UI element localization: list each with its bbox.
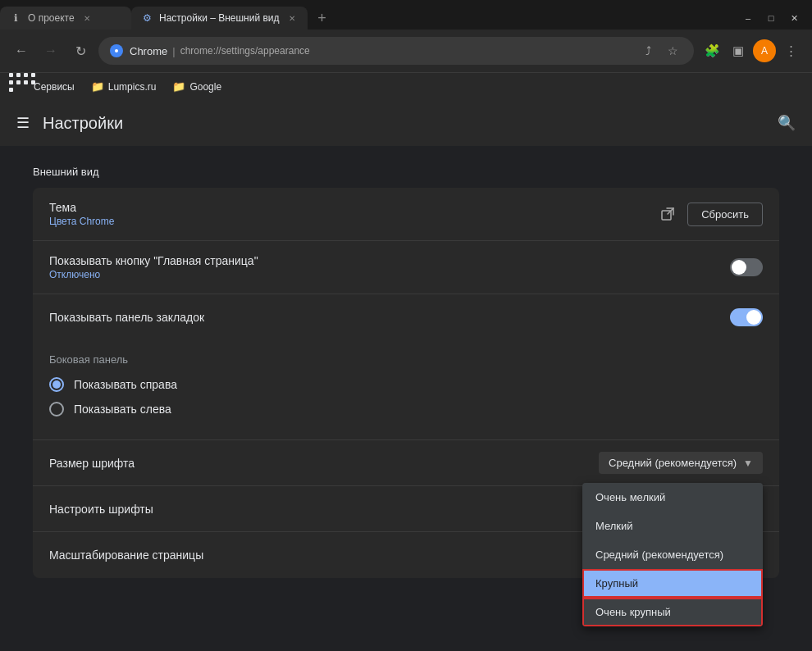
svg-point-1 (115, 49, 118, 52)
section-appearance-title: Внешний вид (33, 166, 779, 178)
side-panel-left-label: Показывать слева (74, 403, 171, 416)
home-button-row: Показывать кнопку "Главная страница" Отк… (33, 241, 779, 294)
omnibox-actions: ⤴ ☆ (638, 41, 682, 61)
reload-button[interactable]: ↻ (69, 39, 92, 62)
side-panel-right-radio[interactable] (49, 377, 64, 392)
page-content: ☰ Настройки 🔍 Внешний вид Тема Цвета Chr… (0, 100, 812, 651)
home-button-subtitle: Отключено (49, 269, 730, 280)
bookmark-lumpics-icon: 📁 (91, 80, 104, 93)
side-panel-left-row: Показывать слева (49, 402, 763, 417)
font-opt-small[interactable]: Мелкий (582, 512, 763, 540)
omnibox-separator: | (172, 45, 175, 57)
tab-settings-favicon: ⚙ (141, 12, 153, 24)
back-button[interactable]: ← (10, 39, 33, 62)
settings-search-icon[interactable]: 🔍 (778, 114, 796, 132)
toggle-knob (732, 260, 746, 275)
toggle-knob-2 (746, 310, 761, 325)
settings-content: Внешний вид Тема Цвета Chrome Сбросить (0, 146, 812, 651)
bookmark-google-label: Google (189, 81, 221, 93)
omnibox-text: Chrome | chrome://settings/appearance (130, 45, 310, 57)
toolbar-buttons: 🧩 ▣ A ⋮ (700, 39, 802, 62)
home-button-label: Показывать кнопку "Главная страница" Отк… (49, 254, 730, 280)
close-button[interactable]: ✕ (782, 10, 805, 26)
bookmarks-bar-toggle[interactable] (730, 308, 763, 326)
bookmark-lumpics-label: Lumpics.ru (108, 81, 157, 93)
bookmarks-bar-label: Показывать панель закладок (49, 311, 730, 324)
bookmarks-bar: Сервисы 📁 Lumpics.ru 📁 Google (0, 72, 812, 100)
forward-button[interactable]: → (39, 39, 62, 62)
omnibox-brand: Chrome (130, 45, 167, 57)
new-tab-button[interactable]: + (311, 7, 334, 30)
theme-subtitle: Цвета Chrome (49, 216, 655, 227)
side-panel-right-row: Показывать справа (49, 377, 763, 392)
sidebar-menu-icon[interactable]: ☰ (16, 114, 30, 132)
omnibox[interactable]: Chrome | chrome://settings/appearance ⤴ … (98, 37, 694, 65)
minimize-button[interactable]: – (737, 10, 760, 26)
bookmarks-bar-row: Показывать панель закладок (33, 294, 779, 340)
theme-row: Тема Цвета Chrome Сбросить (33, 188, 779, 241)
window-controls: – □ ✕ (737, 10, 812, 30)
font-size-selected: Средний (рекомендуется) (609, 457, 737, 469)
side-panel-left-radio[interactable] (49, 402, 64, 417)
tab-settings[interactable]: ⚙ Настройки – Внешний вид ✕ (131, 7, 308, 30)
omnibox-url: chrome://settings/appearance (180, 45, 310, 57)
bookmark-google[interactable]: 📁 Google (166, 77, 228, 97)
bookmark-google-icon: 📁 (172, 80, 185, 93)
bookmark-lumpics[interactable]: 📁 Lumpics.ru (84, 77, 163, 97)
tab-settings-close[interactable]: ✕ (286, 12, 298, 24)
font-opt-very-small[interactable]: Очень мелкий (582, 483, 763, 512)
tab-settings-label: Настройки – Внешний вид (159, 12, 280, 24)
home-button-title: Показывать кнопку "Главная страница" (49, 254, 730, 267)
sidebar-icon[interactable]: ▣ (727, 39, 750, 62)
tab-about-label: О проекте (28, 12, 75, 24)
settings-header: ☰ Настройки 🔍 (0, 100, 812, 146)
share-icon[interactable]: ⤴ (638, 41, 658, 61)
extensions-icon[interactable]: 🧩 (700, 39, 723, 62)
dropdown-arrow-icon: ▼ (743, 458, 753, 469)
omnibox-site-icon (110, 44, 123, 57)
font-opt-medium[interactable]: Средний (рекомендуется) (582, 540, 763, 569)
tab-about[interactable]: ℹ О проекте ✕ (0, 7, 131, 30)
profile-avatar[interactable]: A (753, 39, 776, 62)
bookmark-services[interactable]: Сервисы (10, 77, 81, 97)
page-title: Настройки (43, 114, 123, 133)
reset-theme-button[interactable]: Сбросить (687, 203, 763, 226)
tab-about-close[interactable]: ✕ (81, 12, 93, 24)
side-panel-section: Боковая панель Показывать справа Показыв… (33, 340, 779, 440)
font-size-label: Размер шрифта (49, 457, 599, 470)
addressbar: ← → ↻ Chrome | chrome://settings/appeara… (0, 30, 812, 72)
side-panel-section-title: Боковая панель (49, 353, 763, 366)
bookmark-services-label: Сервисы (34, 81, 75, 93)
menu-icon[interactable]: ⋮ (779, 39, 802, 62)
bookmarks-bar-title: Показывать панель закладок (49, 311, 730, 324)
theme-title: Тема (49, 201, 655, 214)
bookmark-services-icon (16, 80, 30, 93)
theme-label: Тема Цвета Chrome (49, 201, 655, 227)
bookmark-icon[interactable]: ☆ (663, 41, 682, 61)
font-size-dropdown-menu: Очень мелкий Мелкий Средний (рекомендует… (582, 483, 763, 626)
home-button-toggle[interactable] (730, 258, 763, 276)
titlebar: ℹ О проекте ✕ ⚙ Настройки – Внешний вид … (0, 0, 812, 30)
font-size-dropdown[interactable]: Средний (рекомендуется) ▼ (599, 452, 763, 474)
tab-about-favicon: ℹ (10, 12, 21, 24)
font-size-row: Размер шрифта Средний (рекомендуется) ▼ … (33, 440, 779, 486)
font-opt-large[interactable]: Крупный (582, 569, 763, 598)
side-panel-right-label: Показывать справа (74, 378, 177, 391)
maximize-button[interactable]: □ (760, 10, 782, 26)
theme-external-link-icon[interactable] (655, 201, 681, 227)
font-opt-very-large[interactable]: Очень крупный (582, 598, 763, 626)
settings-card: Тема Цвета Chrome Сбросить Показывать кн… (33, 188, 779, 578)
